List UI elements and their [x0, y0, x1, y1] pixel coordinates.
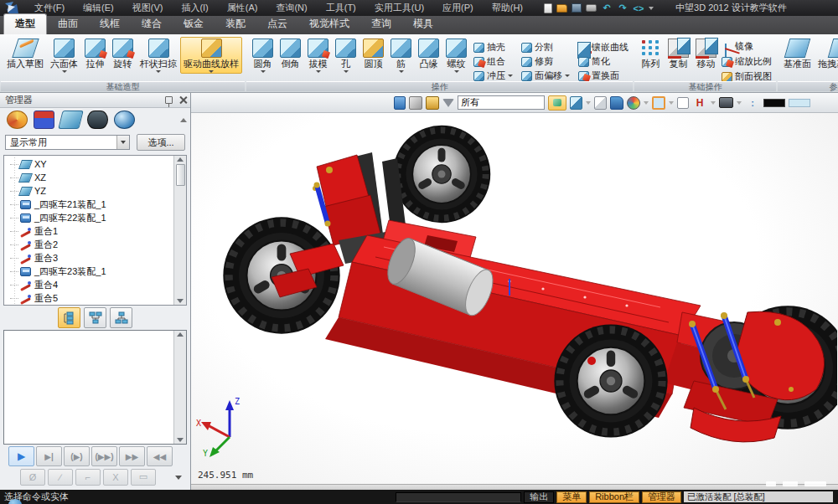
combo-dropdown-icon[interactable] [116, 136, 129, 149]
status-input-field[interactable] [396, 492, 521, 502]
redo-icon[interactable]: ↷ [617, 3, 628, 13]
tree-item-constraint[interactable]: 重合4 [9, 278, 173, 291]
rib-button[interactable]: 筋 [387, 37, 415, 73]
tab-shape[interactable]: 造型 [3, 13, 47, 34]
panel-close-icon[interactable] [179, 96, 187, 104]
open-file-icon[interactable] [556, 4, 567, 13]
tree-view-button[interactable] [84, 307, 106, 328]
bookmark-dropdown-icon[interactable] [711, 101, 716, 105]
entity-filter-input[interactable] [458, 95, 545, 110]
tree-item-constraint[interactable]: 重合5 [9, 291, 173, 305]
background-dropdown-icon[interactable] [669, 101, 674, 105]
tree-item-xz-plane[interactable]: XZ [9, 171, 173, 184]
scroll-up-icon[interactable] [177, 157, 184, 162]
face-pick-icon[interactable] [426, 96, 439, 110]
ribbon-toggle-button[interactable]: Ribbon栏 [589, 491, 639, 503]
dome-button[interactable]: 圆顶 [360, 37, 387, 69]
info-box-scrollbar[interactable] [173, 331, 186, 443]
filter-icon[interactable] [442, 99, 454, 107]
layer-manager-icon[interactable] [58, 111, 83, 129]
insert-sketch-button[interactable]: 插入草图 [3, 37, 47, 69]
rod-sweep-button[interactable]: 杆状扫掠 [137, 37, 180, 73]
tree-item-constraint[interactable]: 重合1 [9, 224, 173, 238]
step-play-button[interactable]: (▶) [64, 446, 90, 466]
tree-item-constraint[interactable]: 重合3 [9, 251, 173, 265]
scroll-down-icon[interactable] [177, 299, 184, 303]
display-filter-combo[interactable]: 显示常用 [5, 135, 130, 150]
disabled-tool-button[interactable]: X [103, 469, 128, 486]
qat-dropdown-icon[interactable] [649, 7, 654, 10]
menu-help[interactable]: 帮助(H) [483, 0, 532, 16]
revolve-button[interactable]: 旋转 [109, 37, 137, 69]
box-button[interactable]: 六面体 [47, 37, 81, 73]
macro-icon[interactable]: <> [633, 3, 644, 13]
extrude-button[interactable]: 拉伸 [81, 37, 109, 69]
disabled-tool-button[interactable]: ∕ [48, 469, 73, 486]
assembly-manager-icon[interactable] [34, 111, 54, 129]
hole-button[interactable]: 孔 [332, 37, 360, 73]
display-mode-icon[interactable] [719, 97, 733, 108]
thread-button[interactable]: 螺纹 [442, 37, 470, 73]
fillet-button[interactable]: 圆角 [249, 37, 277, 73]
simplify-button[interactable]: 简化 [578, 54, 628, 69]
divide-button[interactable]: 分割 [521, 40, 570, 54]
drag-datum-button[interactable]: 拖拽基准面 [815, 37, 838, 69]
scroll-up-icon[interactable] [177, 332, 184, 337]
disabled-tool-button[interactable]: ⌐ [75, 469, 101, 486]
mirror-button[interactable]: 镜像 [722, 40, 772, 53]
tree-item-constraint[interactable]: 重合2 [9, 238, 173, 251]
view-manager-icon[interactable] [114, 111, 135, 129]
view-rotate-icon[interactable] [548, 95, 566, 111]
menu-toggle-button[interactable]: 菜单 [556, 491, 587, 503]
options-button[interactable]: 选项... [137, 134, 185, 151]
undo-icon[interactable]: ↶ [601, 3, 613, 13]
list-view-button[interactable] [58, 307, 80, 328]
trim-button[interactable]: 修剪 [521, 54, 570, 69]
view-dropdown-icon[interactable] [586, 101, 591, 105]
tree-item-yz-plane[interactable]: YZ [9, 184, 173, 198]
tab-mold[interactable]: 模具 [402, 14, 444, 34]
tab-inquire[interactable]: 查询 [360, 14, 402, 34]
tree-item-xy-plane[interactable]: XY [9, 157, 173, 171]
disabled-tool-button[interactable]: ▭ [131, 469, 156, 486]
tab-visualstyle[interactable]: 视觉样式 [298, 14, 360, 34]
copy-button[interactable]: 复制 [665, 37, 692, 69]
scale-button[interactable]: 缩放比例 [722, 55, 772, 68]
display-dropdown-icon[interactable] [737, 101, 742, 105]
shade-mode-icon[interactable] [610, 96, 623, 110]
new-file-icon[interactable] [544, 3, 552, 13]
embed-curve-button[interactable]: 镶嵌曲线 [578, 40, 628, 54]
row-dropdown-icon[interactable] [175, 476, 182, 480]
move-button[interactable]: 移动 [692, 37, 720, 69]
datum-plane-button[interactable]: 基准面 [780, 37, 815, 69]
play-to-end-button[interactable]: ▶| [36, 446, 62, 466]
disabled-tool-button[interactable]: Ø [20, 469, 45, 486]
save-file-icon[interactable] [572, 3, 582, 13]
tab-surface[interactable]: 曲面 [47, 14, 89, 34]
background-icon[interactable] [652, 96, 665, 110]
step-skip-button[interactable]: (▶▶) [91, 446, 117, 466]
render-quality-icon[interactable]: : [745, 96, 760, 110]
tab-pointcloud[interactable]: 点云 [256, 14, 298, 34]
tree-item-subassembly[interactable]: _四驱车23装配_1 [9, 265, 173, 278]
tab-wireframe[interactable]: 线框 [89, 14, 131, 34]
combine-button[interactable]: 组合 [473, 54, 513, 69]
driven-curve-loft-button[interactable]: 驱动曲线放样 [180, 37, 242, 74]
tab-heal[interactable]: 缝合 [131, 14, 173, 34]
bookmark-icon[interactable]: H [692, 96, 707, 110]
tab-assembly[interactable]: 装配 [215, 14, 256, 34]
curve-pick-icon[interactable] [409, 96, 422, 110]
tab-sheetmetal[interactable]: 钣金 [173, 14, 215, 34]
tree-item-subassembly[interactable]: _四驱车21装配_1 [9, 198, 173, 211]
visual-manager-icon[interactable] [87, 111, 108, 129]
hierarchy-view-button[interactable] [110, 307, 132, 328]
tree-scrollbar[interactable] [173, 156, 186, 305]
model-canvas[interactable]: Z X Y 245.951 mm [191, 113, 838, 484]
fast-forward-button[interactable]: ▶▶ [119, 446, 145, 466]
standard-view-icon[interactable] [570, 96, 582, 110]
history-manager-icon[interactable] [7, 111, 28, 129]
wireframe-view-icon[interactable] [594, 96, 607, 110]
chamfer-button[interactable]: 倒角 [277, 37, 304, 69]
shell-button[interactable]: 抽壳 [473, 40, 513, 54]
draft-button[interactable]: 拔模 [304, 37, 332, 73]
